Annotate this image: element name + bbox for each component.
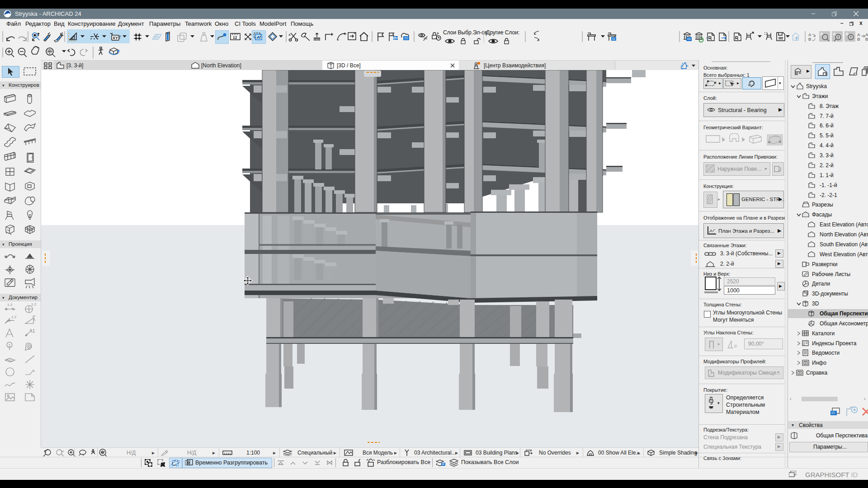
svg-text:B: B [857,37,860,42]
svg-text:1.2: 1.2 [31,302,36,306]
svg-text:A: A [808,33,811,37]
svg-text:Другие Слои:: Другие Слои: [486,29,519,36]
svg-text:A: A [857,33,860,37]
svg-text:B: B [865,37,868,42]
svg-text:XY: XY [113,36,118,40]
svg-text:B: B [808,37,811,42]
svg-text:1.2: 1.2 [11,315,16,319]
svg-text:A: A [833,32,836,36]
svg-text:1.2: 1.2 [7,303,13,307]
svg-text:1: 1 [9,343,11,347]
svg-text:α: α [734,343,737,348]
svg-text:A: A [865,33,868,37]
svg-text:Слои Выбр.Эл-ов: Слои Выбр.Эл-ов [443,29,487,36]
svg-text:A1: A1 [29,328,35,333]
svg-text:12: 12 [233,35,237,40]
svg-text:α: α [33,314,35,319]
svg-text:A: A [845,32,849,36]
